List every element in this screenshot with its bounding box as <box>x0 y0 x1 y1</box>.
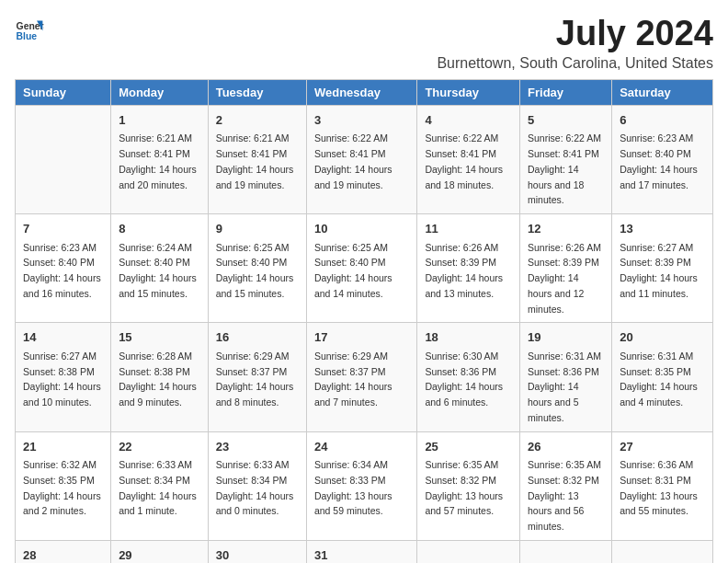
calendar-cell: 19Sunrise: 6:31 AMSunset: 8:36 PMDayligh… <box>520 323 612 431</box>
day-number: 2 <box>216 111 299 130</box>
cell-sunrise: Sunrise: 6:22 AM <box>425 132 498 144</box>
day-number: 10 <box>314 220 409 238</box>
calendar-cell: 20Sunrise: 6:31 AMSunset: 8:35 PMDayligh… <box>612 323 713 431</box>
cell-daylight: Daylight: 14 hours and 2 minutes. <box>23 490 101 517</box>
day-number: 13 <box>620 220 705 238</box>
calendar-cell: 11Sunrise: 6:26 AMSunset: 8:39 PMDayligh… <box>417 214 520 323</box>
calendar-cell: 29Sunrise: 6:37 AMSunset: 8:29 PMDayligh… <box>111 540 209 563</box>
day-number: 29 <box>119 546 200 563</box>
day-number: 8 <box>119 220 200 238</box>
cell-sunset: Sunset: 8:40 PM <box>314 257 386 268</box>
cell-sunset: Sunset: 8:36 PM <box>528 366 599 377</box>
cell-daylight: Daylight: 13 hours and 55 minutes. <box>620 490 698 517</box>
cell-sunset: Sunset: 8:40 PM <box>216 257 288 268</box>
calendar-cell: 12Sunrise: 6:26 AMSunset: 8:39 PMDayligh… <box>520 214 612 323</box>
day-number: 26 <box>528 438 604 456</box>
day-number: 27 <box>620 438 705 456</box>
day-header-friday: Friday <box>520 79 612 105</box>
day-number: 31 <box>314 546 409 563</box>
cell-daylight: Daylight: 14 hours and 1 minute. <box>119 490 197 517</box>
day-number: 4 <box>425 111 512 130</box>
calendar-cell: 21Sunrise: 6:32 AMSunset: 8:35 PMDayligh… <box>16 431 111 540</box>
cell-sunrise: Sunrise: 6:32 AM <box>23 459 97 470</box>
cell-sunrise: Sunrise: 6:27 AM <box>23 350 97 362</box>
day-number: 17 <box>314 328 409 347</box>
day-number: 22 <box>119 438 200 456</box>
day-number: 9 <box>216 220 299 238</box>
cell-sunset: Sunset: 8:35 PM <box>23 475 95 486</box>
cell-sunrise: Sunrise: 6:22 AM <box>528 132 601 144</box>
calendar-week-row: 7Sunrise: 6:23 AMSunset: 8:40 PMDaylight… <box>16 214 713 323</box>
cell-sunrise: Sunrise: 6:25 AM <box>216 242 290 253</box>
cell-sunrise: Sunrise: 6:26 AM <box>528 242 601 253</box>
cell-sunrise: Sunrise: 6:33 AM <box>119 459 192 470</box>
day-number: 19 <box>528 328 604 347</box>
cell-sunset: Sunset: 8:34 PM <box>119 475 190 486</box>
calendar-cell: 4Sunrise: 6:22 AMSunset: 8:41 PMDaylight… <box>417 105 520 213</box>
calendar-cell: 26Sunrise: 6:35 AMSunset: 8:32 PMDayligh… <box>520 431 612 540</box>
calendar-cell: 30Sunrise: 6:38 AMSunset: 8:29 PMDayligh… <box>208 540 306 563</box>
svg-text:Blue: Blue <box>17 31 38 41</box>
cell-sunset: Sunset: 8:41 PM <box>216 148 288 159</box>
calendar-cell: 13Sunrise: 6:27 AMSunset: 8:39 PMDayligh… <box>612 214 713 323</box>
logo-icon: General Blue <box>15 15 44 44</box>
cell-sunrise: Sunrise: 6:21 AM <box>216 132 290 144</box>
day-number: 3 <box>314 111 409 130</box>
day-number: 16 <box>216 328 299 347</box>
calendar-cell: 8Sunrise: 6:24 AMSunset: 8:40 PMDaylight… <box>111 214 209 323</box>
day-number: 25 <box>425 438 512 456</box>
day-header-saturday: Saturday <box>612 79 713 105</box>
day-number: 12 <box>528 220 604 238</box>
calendar-cell: 28Sunrise: 6:37 AMSunset: 8:30 PMDayligh… <box>16 540 111 563</box>
calendar-cell: 17Sunrise: 6:29 AMSunset: 8:37 PMDayligh… <box>306 323 416 431</box>
cell-daylight: Daylight: 14 hours and 7 minutes. <box>314 381 392 408</box>
cell-sunset: Sunset: 8:41 PM <box>425 148 496 159</box>
day-header-sunday: Sunday <box>16 79 111 105</box>
cell-sunset: Sunset: 8:39 PM <box>425 257 496 268</box>
cell-sunrise: Sunrise: 6:33 AM <box>216 459 290 470</box>
calendar-cell: 16Sunrise: 6:29 AMSunset: 8:37 PMDayligh… <box>208 323 306 431</box>
cell-sunset: Sunset: 8:33 PM <box>314 475 386 486</box>
cell-daylight: Daylight: 14 hours and 15 minutes. <box>216 272 294 299</box>
calendar-cell <box>520 540 612 563</box>
cell-sunset: Sunset: 8:38 PM <box>23 366 95 377</box>
cell-sunset: Sunset: 8:35 PM <box>620 366 691 377</box>
calendar-table: SundayMondayTuesdayWednesdayThursdayFrid… <box>15 79 713 563</box>
cell-sunset: Sunset: 8:32 PM <box>425 475 496 486</box>
day-header-monday: Monday <box>111 79 209 105</box>
cell-sunset: Sunset: 8:37 PM <box>216 366 288 377</box>
cell-sunrise: Sunrise: 6:22 AM <box>314 132 388 144</box>
cell-daylight: Daylight: 14 hours and 16 minutes. <box>23 272 101 299</box>
cell-sunset: Sunset: 8:31 PM <box>620 475 691 486</box>
cell-daylight: Daylight: 14 hours and 4 minutes. <box>620 381 698 408</box>
calendar-cell: 2Sunrise: 6:21 AMSunset: 8:41 PMDaylight… <box>208 105 306 213</box>
cell-sunrise: Sunrise: 6:29 AM <box>314 350 388 362</box>
day-number: 15 <box>119 328 200 347</box>
cell-sunset: Sunset: 8:32 PM <box>528 475 599 486</box>
cell-daylight: Daylight: 14 hours and 18 minutes. <box>528 164 584 206</box>
cell-sunset: Sunset: 8:37 PM <box>314 366 386 377</box>
cell-daylight: Daylight: 14 hours and 6 minutes. <box>425 381 503 408</box>
day-number: 1 <box>119 111 200 130</box>
cell-sunrise: Sunrise: 6:31 AM <box>620 350 693 362</box>
cell-sunset: Sunset: 8:40 PM <box>119 257 190 268</box>
calendar-cell: 15Sunrise: 6:28 AMSunset: 8:38 PMDayligh… <box>111 323 209 431</box>
cell-daylight: Daylight: 14 hours and 0 minutes. <box>216 490 294 517</box>
cell-sunrise: Sunrise: 6:31 AM <box>528 350 601 362</box>
cell-sunrise: Sunrise: 6:35 AM <box>425 459 498 470</box>
calendar-cell: 9Sunrise: 6:25 AMSunset: 8:40 PMDaylight… <box>208 214 306 323</box>
cell-daylight: Daylight: 14 hours and 11 minutes. <box>620 272 698 299</box>
calendar-cell: 5Sunrise: 6:22 AMSunset: 8:41 PMDaylight… <box>520 105 612 213</box>
day-number: 18 <box>425 328 512 347</box>
cell-sunrise: Sunrise: 6:30 AM <box>425 350 498 362</box>
calendar-week-row: 21Sunrise: 6:32 AMSunset: 8:35 PMDayligh… <box>16 431 713 540</box>
cell-sunrise: Sunrise: 6:28 AM <box>119 350 192 362</box>
calendar-cell: 31Sunrise: 6:39 AMSunset: 8:28 PMDayligh… <box>306 540 416 563</box>
day-number: 24 <box>314 438 409 456</box>
calendar-cell: 22Sunrise: 6:33 AMSunset: 8:34 PMDayligh… <box>111 431 209 540</box>
cell-sunrise: Sunrise: 6:26 AM <box>425 242 498 253</box>
day-number: 23 <box>216 438 299 456</box>
calendar-cell: 18Sunrise: 6:30 AMSunset: 8:36 PMDayligh… <box>417 323 520 431</box>
cell-sunset: Sunset: 8:39 PM <box>620 257 691 268</box>
calendar-cell: 24Sunrise: 6:34 AMSunset: 8:33 PMDayligh… <box>306 431 416 540</box>
